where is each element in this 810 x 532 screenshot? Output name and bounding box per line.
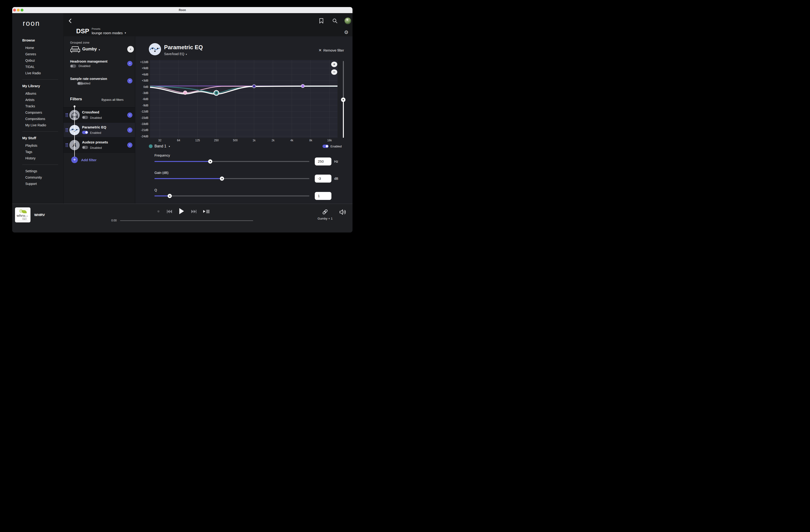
- eq-response-graph[interactable]: [150, 60, 338, 138]
- chevron-down-icon: ▾: [99, 48, 100, 51]
- gear-icon[interactable]: ⚙: [344, 30, 349, 35]
- sidebar-item-live-radio[interactable]: Live Radio: [25, 70, 63, 76]
- sidebar-item-qobuz[interactable]: Qobuz: [25, 58, 63, 64]
- sidebar-item-support[interactable]: Support: [25, 181, 63, 187]
- drag-handle-icon[interactable]: [66, 143, 68, 147]
- sidebar-item-my-live-radio[interactable]: My Live Radio: [25, 122, 63, 128]
- q-slider-handle[interactable]: [167, 194, 172, 198]
- sidebar-item-tracks[interactable]: Tracks: [25, 103, 63, 110]
- signal-path-panel: Grouped zone Gumby ▾ ‹ Headroom manageme…: [63, 36, 135, 204]
- sidebar-item-tidal[interactable]: TIDAL: [25, 64, 63, 70]
- bypass-all-filters-label: Bypass all filters: [101, 98, 124, 101]
- sidebar-header-browse: Browse: [22, 37, 63, 43]
- sidebar-item-settings[interactable]: Settings: [25, 168, 63, 174]
- sidebar-item-composers[interactable]: Composers: [25, 110, 63, 116]
- audeze-presets-toggle[interactable]: [82, 146, 88, 149]
- headroom-toggle[interactable]: [70, 64, 76, 68]
- sidebar-item-playlists[interactable]: Playlists: [25, 143, 63, 149]
- x-tick: 4k: [287, 139, 297, 142]
- app-body: roon Browse Home Genres Qobuz TIDAL Live…: [12, 13, 353, 232]
- q-slider[interactable]: [155, 195, 309, 196]
- x-tick: 64: [174, 139, 184, 142]
- frequency-label: Frequency: [155, 154, 170, 157]
- collapse-panel-button[interactable]: ‹: [127, 46, 134, 52]
- band-point-violet: [301, 84, 305, 88]
- y-tick: -9dB: [135, 104, 148, 107]
- drag-handle-icon[interactable]: [66, 128, 68, 132]
- sidebar-item-history[interactable]: History: [25, 155, 63, 161]
- window-title: Roon: [12, 7, 353, 13]
- q-value-field[interactable]: 1: [315, 192, 331, 200]
- parametric-eq-panel: Parametric EQ Save/load EQ▾ ✕ Remove fil…: [135, 36, 353, 204]
- frequency-slider[interactable]: [155, 161, 309, 162]
- play-icon[interactable]: [179, 208, 184, 214]
- samplerate-status: Disabled: [79, 82, 91, 85]
- sidebar: roon Browse Home Genres Qobuz TIDAL Live…: [12, 13, 63, 204]
- graph-scale-slider-fill: [343, 100, 344, 138]
- queue-icon[interactable]: [203, 210, 210, 213]
- x-tick: 1k: [249, 139, 259, 142]
- audeze-presets-chevron-icon[interactable]: ›: [127, 143, 132, 148]
- add-filter-button[interactable]: +: [71, 157, 78, 163]
- filter-name: Parametric EQ: [82, 125, 106, 129]
- sidebar-item-tags[interactable]: Tags: [25, 149, 63, 155]
- frequency-slider-handle[interactable]: [208, 159, 212, 164]
- y-tick: +6dB: [135, 73, 148, 76]
- avatar[interactable]: [344, 18, 351, 24]
- now-playing-art[interactable]: whrv 89.5 npr: [15, 207, 31, 222]
- back-icon[interactable]: [68, 18, 72, 23]
- audeze-presets-status: Disabled: [90, 146, 102, 149]
- chevron-down-icon: ▾: [185, 53, 187, 55]
- sidebar-item-home[interactable]: Home: [25, 45, 63, 51]
- samplerate-chevron-icon[interactable]: ›: [127, 78, 132, 83]
- band-enabled-label: Enabled: [330, 145, 342, 148]
- sidebar-item-artists[interactable]: Artists: [25, 97, 63, 103]
- zone-name-dropdown[interactable]: Gumby: [82, 47, 97, 51]
- drag-handle-icon[interactable]: [66, 113, 68, 117]
- close-icon: ✕: [319, 48, 322, 52]
- save-load-eq-dropdown[interactable]: Save/load EQ▾: [164, 52, 187, 56]
- sidebar-divider: [22, 79, 58, 80]
- y-tick: +12dB: [135, 61, 148, 64]
- preset-dropdown[interactable]: lounge room modes: [92, 31, 123, 35]
- parametric-eq-icon: [149, 43, 161, 55]
- add-filter-label[interactable]: Add filter: [81, 158, 97, 162]
- sidebar-item-genres[interactable]: Genres: [25, 51, 63, 58]
- volume-icon[interactable]: [339, 209, 346, 215]
- band-point-selected: [214, 91, 219, 95]
- dsp-header: DSP Presets lounge room modes ▾ ⚙: [63, 13, 353, 36]
- previous-track-icon[interactable]: [167, 210, 172, 213]
- band-select-dropdown[interactable]: Band 1: [155, 144, 166, 148]
- graph-scale-slider-track[interactable]: [343, 61, 344, 100]
- sidebar-item-albums[interactable]: Albums: [25, 91, 63, 97]
- sidebar-header-my-stuff: My Stuff: [22, 135, 63, 141]
- graph-scale-slider-handle[interactable]: [341, 97, 345, 102]
- crossfeed-chevron-icon[interactable]: ›: [127, 113, 132, 118]
- search-icon[interactable]: [333, 18, 338, 23]
- parametric-eq-toggle[interactable]: [82, 131, 88, 134]
- parametric-eq-status: Enabled: [90, 131, 101, 134]
- headroom-chevron-icon[interactable]: ›: [127, 61, 132, 66]
- now-playing-title[interactable]: WHRV: [34, 213, 45, 217]
- next-track-icon[interactable]: [191, 210, 196, 213]
- seek-bar[interactable]: [120, 220, 253, 221]
- gain-slider-handle[interactable]: [220, 176, 224, 181]
- gain-value-field[interactable]: -3: [315, 175, 331, 182]
- x-tick: 8k: [306, 139, 316, 142]
- band-enabled-toggle[interactable]: [323, 145, 328, 148]
- parametric-eq-chevron-icon[interactable]: ›: [127, 128, 132, 133]
- window-titlebar: Roon: [12, 7, 353, 13]
- zone-link-button[interactable]: Gumby + 1: [317, 209, 333, 220]
- crossfeed-toggle[interactable]: [82, 116, 88, 119]
- bookmark-icon[interactable]: [319, 18, 323, 23]
- gain-slider[interactable]: [155, 178, 309, 179]
- samplerate-title: Sample rate conversion: [70, 77, 107, 81]
- zoom-out-button[interactable]: −: [331, 69, 337, 75]
- chevron-down-icon: ▾: [125, 31, 126, 34]
- crossfeed-status: Disabled: [90, 116, 102, 119]
- zoom-in-button[interactable]: +: [331, 62, 337, 67]
- sidebar-item-community[interactable]: Community: [25, 174, 63, 181]
- sidebar-item-compositions[interactable]: Compositions: [25, 116, 63, 122]
- frequency-value-field[interactable]: 250: [315, 158, 331, 165]
- remove-filter-button[interactable]: ✕ Remove filter: [319, 48, 344, 52]
